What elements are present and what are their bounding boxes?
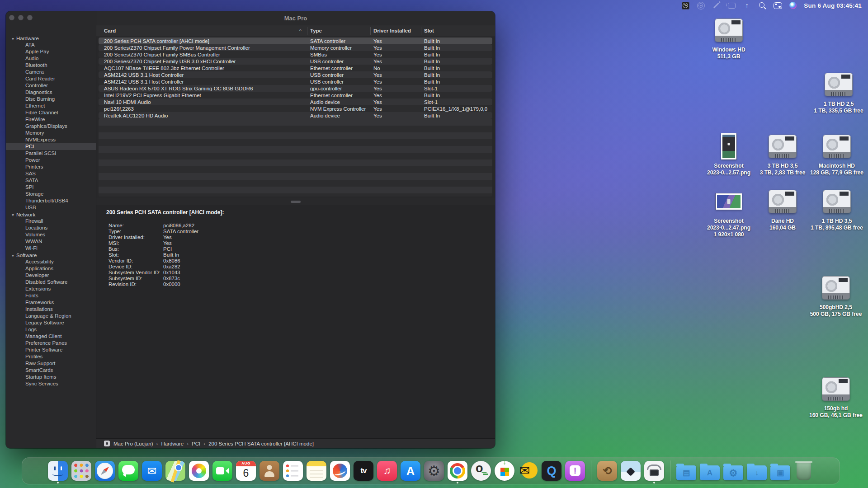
- mailalt-dock-icon[interactable]: [518, 461, 538, 481]
- sidebar-item-spi[interactable]: SPI: [6, 184, 96, 191]
- sidebar-item-installations[interactable]: Installations: [6, 306, 96, 313]
- onyx-dock-icon[interactable]: [621, 461, 641, 481]
- separator-dock-icon[interactable]: [591, 460, 591, 481]
- desktop-item-1-tb-hd-3-5[interactable]: 1 TB HD 3,5 1 TB, 895,48 GB free: [803, 188, 868, 231]
- hackintool-dock-icon[interactable]: [644, 461, 664, 481]
- sidebar-item-parallel-scsi[interactable]: Parallel SCSI: [6, 150, 96, 157]
- breadcrumb-item[interactable]: 200 Series PCH SATA controller [AHCI mod…: [208, 441, 314, 446]
- table-row[interactable]: 200 Series/Z370 Chipset Family SMBus Con…: [99, 51, 492, 58]
- folder-docs-dock-icon[interactable]: [676, 461, 696, 481]
- column-header-type[interactable]: Type: [310, 25, 322, 37]
- tv-dock-icon[interactable]: [354, 461, 373, 481]
- messages-dock-icon[interactable]: [118, 461, 138, 481]
- sidebar-item-locations[interactable]: Locations: [6, 225, 96, 231]
- maps-dock-icon[interactable]: [165, 461, 185, 481]
- folder-downloads-dock-icon[interactable]: [747, 461, 767, 481]
- sidebar-group-header[interactable]: Hardware: [6, 35, 96, 42]
- sidebar-item-startup-items[interactable]: Startup Items: [6, 374, 96, 380]
- sidebar-item-storage[interactable]: Storage: [6, 191, 96, 197]
- sidebar-item-frameworks[interactable]: Frameworks: [6, 299, 96, 306]
- pacifist-dock-icon[interactable]: [597, 461, 617, 481]
- sidebar-item-apple-pay[interactable]: Apple Pay: [6, 48, 96, 55]
- msupdate-dock-icon[interactable]: [495, 461, 514, 481]
- table-row[interactable]: Navi 10 HDMI Audio Audio device Yes Slot…: [99, 99, 492, 105]
- folder-utils-dock-icon[interactable]: [723, 461, 743, 481]
- sidebar-item-controller[interactable]: Controller: [6, 82, 96, 89]
- sidebar-item-sync-services[interactable]: Sync Services: [6, 380, 96, 387]
- reminders-dock-icon[interactable]: [283, 461, 303, 481]
- sidebar-item-firewire[interactable]: FireWire: [6, 116, 96, 123]
- column-header-card[interactable]: Card: [104, 25, 116, 37]
- sidebar-item-fibre-channel[interactable]: Fibre Channel: [6, 109, 96, 116]
- sidebar-item-graphics-displays[interactable]: Graphics/Displays: [6, 123, 96, 130]
- sidebar-item-profiles[interactable]: Profiles: [6, 353, 96, 360]
- display-icon[interactable]: [727, 1, 736, 10]
- stocks-dock-icon[interactable]: [330, 461, 350, 481]
- desktop-item-windows-hd[interactable]: Windows HD 511,3 GB: [695, 17, 763, 60]
- breadcrumb-item[interactable]: Hardware: [161, 441, 184, 446]
- sidebar-item-volumes[interactable]: Volumes: [6, 231, 96, 238]
- breadcrumb-item[interactable]: Mac Pro (Lucjan): [113, 441, 153, 446]
- sidebar-item-applications[interactable]: Applications: [6, 265, 96, 272]
- sidebar-item-disabled-software[interactable]: Disabled Software: [6, 279, 96, 286]
- table-row[interactable]: ASM2142 USB 3.1 Host Controller USB cont…: [99, 71, 492, 78]
- control-center-icon[interactable]: [773, 1, 782, 10]
- sidebar-item-language-region[interactable]: Language & Region: [6, 313, 96, 319]
- safari-dock-icon[interactable]: [95, 461, 115, 481]
- sidebar-group-header[interactable]: Software: [6, 252, 96, 258]
- column-header-slot[interactable]: Slot: [424, 25, 434, 37]
- sidebar-item-raw-support[interactable]: Raw Support: [6, 360, 96, 367]
- sidebar-item-legacy-software[interactable]: Legacy Software: [6, 319, 96, 326]
- sidebar-item-bluetooth[interactable]: Bluetooth: [6, 62, 96, 69]
- facetime-dock-icon[interactable]: [212, 461, 232, 481]
- sidebar-item-audio[interactable]: Audio: [6, 55, 96, 62]
- sidebar-item-firewall[interactable]: Firewall: [6, 218, 96, 225]
- appstore-dock-icon[interactable]: [401, 461, 420, 481]
- sidebar-item-power[interactable]: Power: [6, 157, 96, 164]
- siri-icon[interactable]: [788, 1, 797, 10]
- sidebar-item-printer-software[interactable]: Printer Software: [6, 347, 96, 353]
- photos-dock-icon[interactable]: [189, 461, 209, 481]
- notes-dock-icon[interactable]: [307, 461, 326, 481]
- sidebar-group-header[interactable]: Network: [6, 211, 96, 218]
- sidebar-item-thunderbolt-usb4[interactable]: Thunderbolt/USB4: [6, 197, 96, 204]
- calendar-dock-icon[interactable]: AUG 6: [236, 461, 256, 481]
- stylus-icon[interactable]: [712, 1, 721, 10]
- sidebar-item-card-reader[interactable]: Card Reader: [6, 75, 96, 82]
- folder-apps-dock-icon[interactable]: [700, 461, 720, 481]
- sidebar-item-developer[interactable]: Developer: [6, 272, 96, 279]
- pane-splitter[interactable]: [96, 198, 495, 205]
- table-row[interactable]: ASUS Radeon RX 5700 XT ROG Strix Gaming …: [99, 85, 492, 92]
- separator-dock-icon[interactable]: [670, 460, 670, 481]
- sidebar-item-printers[interactable]: Printers: [6, 164, 96, 170]
- sidebar-item-nvmexpress[interactable]: NVMExpress: [6, 136, 96, 143]
- sidebar-item-memory[interactable]: Memory: [6, 130, 96, 136]
- column-header-driver-installed[interactable]: Driver Installed: [373, 25, 411, 37]
- sidebar-item-preference-panes[interactable]: Preference Panes: [6, 340, 96, 347]
- sidebar-item-sas[interactable]: SAS: [6, 170, 96, 177]
- finder-dock-icon[interactable]: [48, 461, 68, 481]
- table-row[interactable]: 200 Series/Z370 Chipset Family Power Man…: [99, 44, 492, 51]
- table-row[interactable]: Intel I219V2 PCI Express Gigabit Etherne…: [99, 92, 492, 99]
- sidebar-item-ata[interactable]: ATA: [6, 42, 96, 48]
- table-row[interactable]: 200 Series PCH SATA controller [AHCI mod…: [99, 38, 492, 44]
- sidebar-item-camera[interactable]: Camera: [6, 69, 96, 75]
- title-bar[interactable]: Mac Pro: [96, 11, 495, 25]
- sidebar-item-wwan[interactable]: WWAN: [6, 238, 96, 245]
- sidebar-item-accessibility[interactable]: Accessibility: [6, 258, 96, 265]
- antenna-up-icon[interactable]: [742, 1, 751, 10]
- sidebar-item-sata[interactable]: SATA: [6, 177, 96, 184]
- quicktime-dock-icon[interactable]: [542, 461, 561, 481]
- chrome-dock-icon[interactable]: [448, 461, 467, 481]
- minimize-button[interactable]: [18, 15, 24, 20]
- table-row[interactable]: ASM2142 USB 3.1 Host Controller USB cont…: [99, 78, 492, 85]
- close-button[interactable]: [9, 15, 14, 20]
- sidebar-item-disc-burning[interactable]: Disc Burning: [6, 96, 96, 103]
- table-row[interactable]: Realtek ALC1220 HD Audio Audio device Ye…: [99, 112, 492, 119]
- airdrop-waves-icon[interactable]: [696, 1, 705, 10]
- trash-dock-icon[interactable]: [794, 461, 814, 481]
- sidebar-item-smartcards[interactable]: SmartCards: [6, 367, 96, 374]
- folder-pics-dock-icon[interactable]: [770, 461, 790, 481]
- feedback-dock-icon[interactable]: [565, 461, 585, 481]
- desktop-item-150gb-hd[interactable]: 150gb hd 160 GB, 46,1 GB free: [802, 376, 868, 418]
